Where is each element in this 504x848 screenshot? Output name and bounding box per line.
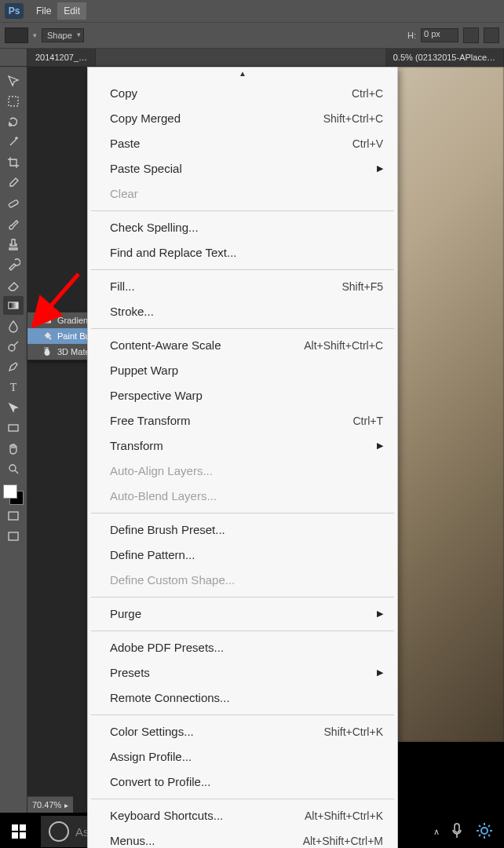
edit-menu-remote-connections[interactable]: Remote Connections... [88,685,397,711]
edit-menu-adobe-pdf-presets[interactable]: Adobe PDF Presets... [88,635,397,660]
menu-separator [91,210,394,211]
svg-point-23 [481,828,488,834]
edit-menu-copy[interactable]: CopyCtrl+C [88,81,397,106]
clone-stamp-tool[interactable] [3,235,24,254]
healing-brush-tool[interactable] [3,194,24,213]
settings-gear-icon[interactable] [474,821,495,843]
gradient-tool[interactable] [3,296,24,315]
edit-menu-content-aware-scale[interactable]: Content-Aware ScaleAlt+Shift+Ctrl+C [88,333,397,358]
status-arrow-icon[interactable]: ▸ [64,801,68,810]
menu-item-label: Menus... [110,832,303,848]
tab-document-2-fragment[interactable]: 0.5% (02132015-APlace… [385,49,504,66]
edit-menu-paste-special[interactable]: Paste Special▶ [88,156,397,181]
edit-menu-find-and-replace-text[interactable]: Find and Replace Text... [88,240,397,265]
marquee-tool[interactable] [3,92,24,111]
edit-menu-stroke[interactable]: Stroke... [88,299,397,324]
zoom-tool[interactable] [3,459,24,478]
menu-item-label: Paste [110,134,352,153]
brush-tool[interactable] [3,214,24,233]
options-bar: ▾ Shape H: 0 px [0,22,504,49]
menu-separator [91,631,394,631]
document-tabs: 20141207_… 0.5% (02132015-APlace… [0,49,504,67]
foreground-color-swatch[interactable] [3,484,17,499]
edit-menu-define-brush-preset[interactable]: Define Brush Preset... [88,517,397,543]
menu-item-label: Presets [110,663,372,682]
menu-item-shortcut: Shift+Ctrl+K [324,723,383,740]
tray-overflow-icon[interactable]: ∧ [433,827,440,837]
blur-tool[interactable] [3,316,24,335]
move-tool[interactable] [3,71,24,90]
edit-menu-color-settings[interactable]: Color Settings...Shift+Ctrl+K [88,719,397,744]
menu-file[interactable]: File [30,2,57,20]
edit-menu-puppet-warp[interactable]: Puppet Warp [88,358,397,383]
menu-separator [91,715,394,715]
edit-menu-define-pattern[interactable]: Define Pattern... [88,543,397,568]
align-icon[interactable] [463,27,479,43]
menu-item-label: Convert to Profile... [110,773,383,791]
edit-menu-fill[interactable]: Fill...Shift+F5 [88,274,397,299]
menu-item-label: Find and Replace Text... [110,243,383,262]
menu-separator [91,799,394,799]
edit-menu-convert-to-profile[interactable]: Convert to Profile... [88,769,397,795]
edit-menu-presets[interactable]: Presets▶ [88,660,397,685]
svg-line-2 [10,139,16,145]
pen-tool[interactable] [3,357,24,376]
zoom-level[interactable]: 70.47% [32,800,61,810]
menu-edit[interactable]: Edit [57,2,86,20]
menu-item-shortcut: Shift+F5 [341,278,383,295]
edit-menu-free-transform[interactable]: Free TransformCtrl+T [88,408,397,433]
shape-mode-dropdown[interactable]: Shape [42,28,84,42]
edit-menu-menus[interactable]: Menus...Alt+Shift+Ctrl+M [88,828,397,848]
screenmode-icon[interactable] [3,527,24,546]
history-brush-tool[interactable] [3,255,24,274]
gradient-icon [42,315,53,326]
height-label: H: [407,31,416,40]
svg-line-10 [15,470,18,473]
edit-menu-transform[interactable]: Transform▶ [88,433,397,459]
hand-tool[interactable] [3,439,24,458]
menu-scroll-up-icon[interactable]: ▲ [88,68,397,81]
edit-menu-keyboard-shortcuts[interactable]: Keyboard Shortcuts...Alt+Shift+Ctrl+K [88,803,397,828]
menu-separator [91,513,394,514]
edit-menu-assign-profile[interactable]: Assign Profile... [88,744,397,769]
edit-menu-perspective-warp[interactable]: Perspective Warp [88,383,397,408]
magic-wand-tool[interactable] [3,133,24,152]
height-field[interactable]: 0 px [421,28,458,42]
menu-item-label: Paste Special [110,159,372,178]
edit-menu-paste[interactable]: PasteCtrl+V [88,131,397,156]
menu-item-label: Free Transform [110,411,353,430]
edit-menu-copy-merged[interactable]: Copy MergedShift+Ctrl+C [88,106,397,131]
submenu-arrow-icon: ▶ [377,439,383,453]
dodge-tool[interactable] [3,337,24,356]
tool-preset-caret-icon[interactable]: ▾ [33,31,37,39]
quickmask-icon[interactable] [3,506,24,525]
menu-item-shortcut: Ctrl+C [352,85,383,102]
crop-tool[interactable] [3,153,24,172]
menu-item-label: Puppet Warp [110,361,383,380]
menu-item-label: Define Pattern... [110,546,383,565]
menu-item-label: Fill... [110,277,341,296]
eyedropper-tool[interactable] [3,174,24,192]
rectangle-tool[interactable] [3,419,24,437]
edit-menu-check-spelling[interactable]: Check Spelling... [88,215,397,240]
eraser-tool[interactable] [3,276,24,294]
microphone-icon[interactable] [451,823,463,841]
menu-item-label: Adobe PDF Presets... [110,638,383,657]
type-tool[interactable]: T [3,378,24,397]
arrange-icon[interactable] [484,27,499,43]
bucket-icon [42,331,53,342]
lasso-tool[interactable] [3,112,24,131]
svg-rect-17 [12,824,18,831]
path-selection-tool[interactable] [3,398,24,417]
tab-document-1[interactable]: 20141207_… [27,49,96,66]
tool-preset-swatch[interactable] [5,27,28,43]
menu-item-label: Check Spelling... [110,218,383,237]
menu-item-label: Define Brush Preset... [110,521,383,539]
submenu-arrow-icon: ▶ [377,607,383,621]
menu-item-label: Copy [110,84,352,103]
foreground-background-swatches[interactable] [3,484,24,505]
svg-rect-18 [20,824,26,831]
edit-menu-purge[interactable]: Purge▶ [88,601,397,627]
edit-menu-auto-blend-layers: Auto-Blend Layers... [88,484,397,509]
start-button[interactable] [0,813,38,848]
